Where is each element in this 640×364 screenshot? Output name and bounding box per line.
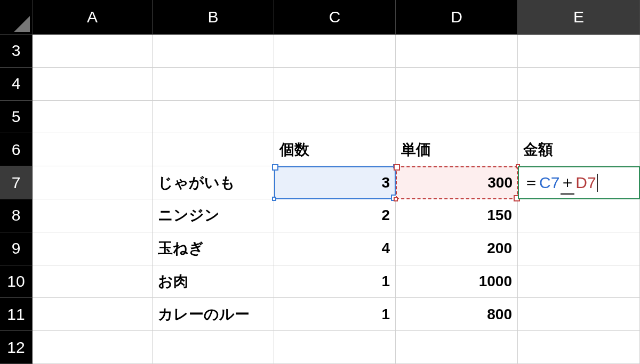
cell-B4[interactable] [153,68,274,101]
cell-E6[interactable]: 金額 [518,133,640,166]
svg-marker-0 [14,16,30,32]
cell-A6[interactable] [33,133,153,166]
cell-D10[interactable]: 1000 [396,265,518,298]
cell-B10[interactable]: お肉 [153,265,274,298]
cell-A7[interactable] [33,166,153,199]
cell-C12[interactable] [274,331,396,364]
cell-E9[interactable] [518,232,640,265]
row-header-5[interactable]: 5 [0,101,33,134]
cell-B12[interactable] [153,331,274,364]
cell-A5[interactable] [33,101,153,134]
column-header-B[interactable]: B [153,0,274,35]
cell-D3[interactable] [396,35,518,68]
row-header-4[interactable]: 4 [0,68,33,101]
spreadsheet-grid[interactable]: A B C D E 3 4 5 6 個数 単価 金額 7 じゃがいも 3 300… [0,0,640,364]
cell-E11[interactable] [518,298,640,331]
cell-D6[interactable]: 単価 [396,133,518,166]
cell-C11[interactable]: 1 [274,298,396,331]
cell-E12[interactable] [518,331,640,364]
cell-B8[interactable]: ニンジン [153,199,274,232]
cell-C5[interactable] [274,101,396,134]
column-header-A[interactable]: A [33,0,153,35]
select-all-corner[interactable] [0,0,33,35]
cell-E4[interactable] [518,68,640,101]
cell-C10[interactable]: 1 [274,265,396,298]
cell-D9[interactable]: 200 [396,232,518,265]
cell-D11[interactable]: 800 [396,298,518,331]
cell-value: 300 [487,174,513,191]
row-header-6[interactable]: 6 [0,133,33,166]
cell-E3[interactable] [518,35,640,68]
selection-handle-icon[interactable] [272,197,276,201]
row-header-8[interactable]: 8 [0,199,33,232]
formula-ref-2: D7 [575,174,596,192]
cell-C4[interactable] [274,68,396,101]
cell-A8[interactable] [33,199,153,232]
formula-ref-1: C7 [539,174,559,192]
cell-E8[interactable] [518,199,640,232]
text-cursor [597,174,598,192]
formula-plus: ＋ [559,172,575,193]
cell-C7[interactable]: 3 [274,166,396,199]
row-header-11[interactable]: 11 [0,298,33,331]
cell-A12[interactable] [33,331,153,364]
cell-C8[interactable]: 2 [274,199,396,232]
cell-D5[interactable] [396,101,518,134]
row-header-10[interactable]: 10 [0,265,33,298]
cell-A4[interactable] [33,68,153,101]
cell-B9[interactable]: 玉ねぎ [153,232,274,265]
row-header-7[interactable]: 7 [0,166,33,199]
column-header-E[interactable]: E [518,0,640,35]
cell-B6[interactable] [153,133,274,166]
cell-D4[interactable] [396,68,518,101]
cell-E5[interactable] [518,101,640,134]
selection-handle-icon[interactable] [394,197,398,201]
row-header-9[interactable]: 9 [0,232,33,265]
cell-B11[interactable]: カレーのルー [153,298,274,331]
column-header-C[interactable]: C [274,0,396,35]
cell-C9[interactable]: 4 [274,232,396,265]
cell-value: 3 [381,174,390,191]
cell-B5[interactable] [153,101,274,134]
row-header-12[interactable]: 12 [0,331,33,364]
cell-B3[interactable] [153,35,274,68]
cell-D7[interactable]: 300 [396,166,518,199]
column-header-D[interactable]: D [396,0,518,35]
formula-equals: ＝ [523,172,539,193]
cell-A10[interactable] [33,265,153,298]
cell-B7[interactable]: じゃがいも [153,166,274,199]
cell-E7-editing[interactable]: ＝C7＋D7 [518,166,640,199]
cell-A3[interactable] [33,35,153,68]
row-header-3[interactable]: 3 [0,35,33,68]
cell-C3[interactable] [274,35,396,68]
cell-C6[interactable]: 個数 [274,133,396,166]
cell-D12[interactable] [396,331,518,364]
cell-E10[interactable] [518,265,640,298]
select-all-triangle-icon [14,16,30,32]
cell-D8[interactable]: 150 [396,199,518,232]
cell-A9[interactable] [33,232,153,265]
cell-A11[interactable] [33,298,153,331]
